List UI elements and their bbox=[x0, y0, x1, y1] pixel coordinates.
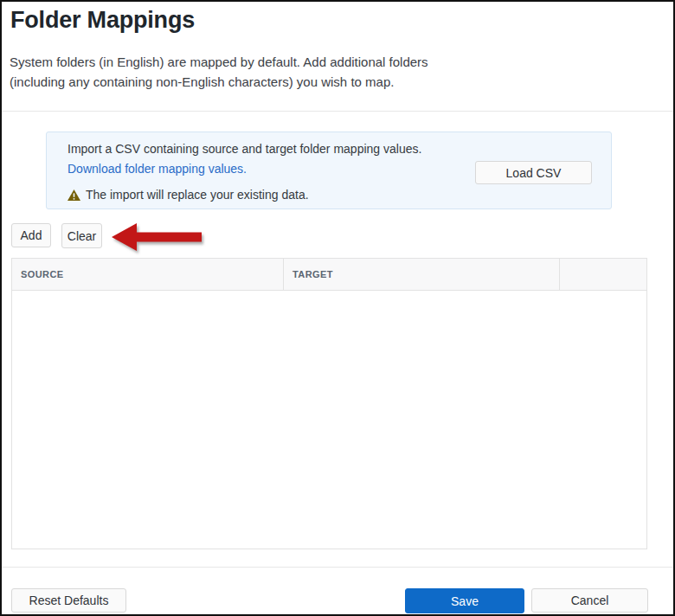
cancel-button[interactable]: Cancel bbox=[531, 588, 648, 613]
folder-mapping-table: SOURCE TARGET bbox=[11, 258, 647, 549]
page-description-line1: System folders (in English) are mapped b… bbox=[10, 52, 428, 72]
page-description: System folders (in English) are mapped b… bbox=[10, 52, 428, 92]
column-header-source: SOURCE bbox=[12, 259, 284, 290]
import-warning: The import will replace your existing da… bbox=[68, 188, 309, 202]
import-warning-text: The import will replace your existing da… bbox=[86, 188, 309, 202]
table-header-row: SOURCE TARGET bbox=[12, 259, 646, 291]
csv-import-panel: Import a CSV containing source and targe… bbox=[46, 132, 612, 209]
download-mapping-values-link[interactable]: Download folder mapping values. bbox=[68, 162, 247, 176]
warning-triangle-icon bbox=[68, 189, 80, 201]
add-button[interactable]: Add bbox=[11, 223, 51, 247]
header-divider bbox=[2, 111, 673, 112]
table-body-empty bbox=[12, 291, 646, 549]
column-header-actions bbox=[560, 259, 646, 290]
column-header-target: TARGET bbox=[284, 259, 560, 290]
clear-button[interactable]: Clear bbox=[61, 223, 102, 248]
footer-divider bbox=[2, 567, 673, 568]
load-csv-button[interactable]: Load CSV bbox=[475, 161, 592, 184]
page-description-line2: (including any containing non-English ch… bbox=[10, 72, 428, 92]
page-title: Folder Mappings bbox=[10, 7, 195, 34]
reset-defaults-button[interactable]: Reset Defaults bbox=[11, 588, 126, 613]
csv-import-instruction: Import a CSV containing source and targe… bbox=[68, 142, 421, 156]
red-arrow-left-icon bbox=[108, 220, 205, 254]
save-button[interactable]: Save bbox=[405, 588, 524, 613]
folder-mappings-page: Folder Mappings System folders (in Engli… bbox=[0, 0, 675, 616]
